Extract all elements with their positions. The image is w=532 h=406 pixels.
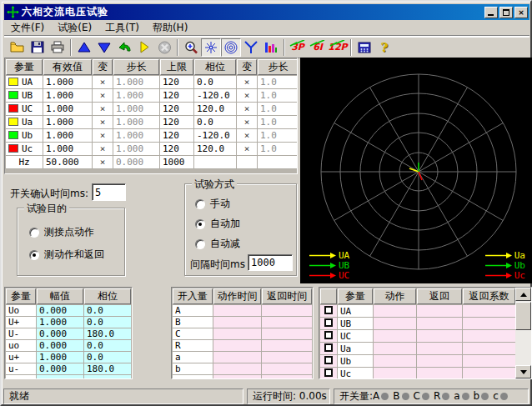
radio-contact-action[interactable]: 测接点动作 [29, 225, 94, 239]
switch-indicator [462, 393, 469, 400]
scroll-thumb[interactable] [515, 302, 531, 330]
radio-auto-decrease[interactable]: 自动减 [195, 237, 240, 251]
phasor-view-button[interactable] [201, 38, 221, 57]
checkbox[interactable] [324, 368, 333, 377]
help-button[interactable]: ? [374, 38, 394, 57]
close-button[interactable]: × [514, 7, 528, 18]
value-cell[interactable]: 1.000 [43, 143, 92, 155]
step-cell[interactable]: 1.000 [113, 116, 159, 128]
menu-file[interactable]: 文件(F) [4, 20, 51, 36]
results-scrollbar[interactable] [515, 288, 531, 378]
step-cell[interactable]: 1.000 [113, 143, 159, 155]
vary-toggle[interactable]: × [93, 89, 113, 102]
limit-cell[interactable]: 120 [160, 76, 193, 88]
legend-item: Ub [484, 260, 525, 270]
vary-toggle[interactable]: × [237, 129, 257, 142]
scroll-down-button[interactable] [515, 365, 531, 378]
step-cell[interactable]: 1.000 [113, 76, 159, 88]
vary-toggle[interactable]: × [93, 76, 113, 88]
color-swatch [8, 78, 18, 86]
limit-cell[interactable]: 1000 [160, 156, 193, 168]
vary-toggle[interactable]: × [237, 143, 257, 155]
scroll-up-button[interactable] [515, 288, 531, 301]
radio-icon[interactable] [29, 228, 39, 238]
phase-cell[interactable]: 120.0 [194, 143, 236, 155]
arrow-icon [309, 272, 337, 279]
checkbox[interactable] [324, 318, 333, 327]
vary-toggle[interactable]: × [237, 76, 257, 88]
step-cell[interactable]: 1.0 [258, 76, 298, 88]
phase-cell[interactable]: 0.0 [194, 116, 236, 128]
vary-toggle[interactable]: × [93, 129, 113, 142]
step-cell[interactable]: 1.000 [113, 89, 159, 102]
value-cell[interactable]: 1.000 [43, 129, 92, 142]
vary-toggle[interactable]: × [237, 103, 257, 115]
bar-chart-button[interactable] [261, 38, 281, 57]
radio-manual[interactable]: 手动 [195, 197, 230, 211]
checkbox[interactable] [324, 331, 333, 339]
step-cell[interactable]: 0.000 [113, 156, 159, 168]
limit-cell[interactable]: 120 [160, 116, 193, 128]
status-switches: 开关量: A B C R a b c [334, 388, 529, 404]
calculator-button[interactable] [354, 38, 374, 57]
confirm-time-input[interactable] [92, 183, 126, 201]
limit-cell[interactable]: 120 [160, 129, 193, 142]
title-bar[interactable]: 六相交流电压试验 × [4, 4, 529, 20]
value-cell[interactable]: 1.000 [43, 103, 92, 115]
radio-icon-selected[interactable] [29, 250, 39, 260]
increase-button[interactable] [74, 38, 94, 57]
limit-cell[interactable]: 120 [160, 143, 193, 155]
phase-cell[interactable]: 120.0 [194, 103, 236, 115]
open-button[interactable] [8, 38, 28, 57]
checkbox[interactable] [324, 306, 333, 314]
print-button[interactable] [48, 38, 68, 57]
step-cell[interactable]: 1.000 [113, 129, 159, 142]
radio-icon[interactable] [195, 199, 205, 209]
radio-icon[interactable] [195, 239, 205, 249]
step-cell[interactable]: 1.0 [258, 103, 298, 115]
value-cell[interactable]: 1.000 [43, 116, 92, 128]
step-cell[interactable]: 1.0 [258, 129, 298, 142]
twelve-phase-button[interactable]: 12P [328, 38, 348, 57]
menu-help[interactable]: 帮助(H) [146, 20, 194, 36]
phase-cell[interactable]: -120.0 [194, 89, 236, 102]
vary-toggle[interactable]: × [93, 143, 113, 155]
value-cell[interactable]: 50.000 [43, 156, 92, 168]
polar-view-button[interactable] [221, 38, 241, 57]
three-phase-button[interactable]: 3P [288, 38, 308, 57]
reset-button[interactable] [114, 38, 134, 57]
phase-cell[interactable]: -120.0 [194, 129, 236, 142]
value-cell[interactable]: 1.000 [43, 76, 92, 88]
maximize-button[interactable] [499, 7, 513, 18]
radio-icon-selected[interactable] [195, 219, 205, 229]
step-cell[interactable]: 1.000 [113, 103, 159, 115]
step-cell[interactable]: 1.0 [258, 143, 298, 155]
vary-toggle[interactable]: × [93, 103, 113, 115]
vary-toggle[interactable]: × [237, 116, 257, 128]
phase-cell[interactable]: 0.0 [194, 76, 236, 88]
checkbox[interactable] [324, 343, 333, 352]
step-cell[interactable]: 1.0 [258, 116, 298, 128]
vector-y-button[interactable] [241, 38, 261, 57]
vary-toggle[interactable]: × [93, 156, 113, 168]
stop-button[interactable] [154, 38, 174, 57]
limit-cell[interactable]: 120 [160, 103, 193, 115]
radio-action-return[interactable]: 测动作和返回 [29, 248, 104, 262]
save-button[interactable] [28, 38, 48, 57]
six-current-button[interactable]: 6I [308, 38, 328, 57]
limit-cell[interactable]: 120 [160, 89, 193, 102]
menu-test[interactable]: 试验(E) [51, 20, 98, 36]
value-cell[interactable]: 1.000 [43, 89, 92, 102]
vary-toggle[interactable]: × [237, 89, 257, 102]
start-button[interactable] [134, 38, 154, 57]
close-icon: × [518, 8, 524, 17]
radio-auto-increase[interactable]: 自动加 [195, 217, 240, 231]
menu-tools[interactable]: 工具(T) [98, 20, 146, 36]
decrease-button[interactable] [94, 38, 114, 57]
zoom-button[interactable] [181, 38, 201, 57]
step-cell[interactable]: 1.0 [258, 89, 298, 102]
checkbox[interactable] [324, 356, 333, 364]
minimize-button[interactable] [484, 7, 498, 18]
vary-toggle[interactable]: × [93, 116, 113, 128]
interval-input[interactable] [248, 254, 293, 271]
